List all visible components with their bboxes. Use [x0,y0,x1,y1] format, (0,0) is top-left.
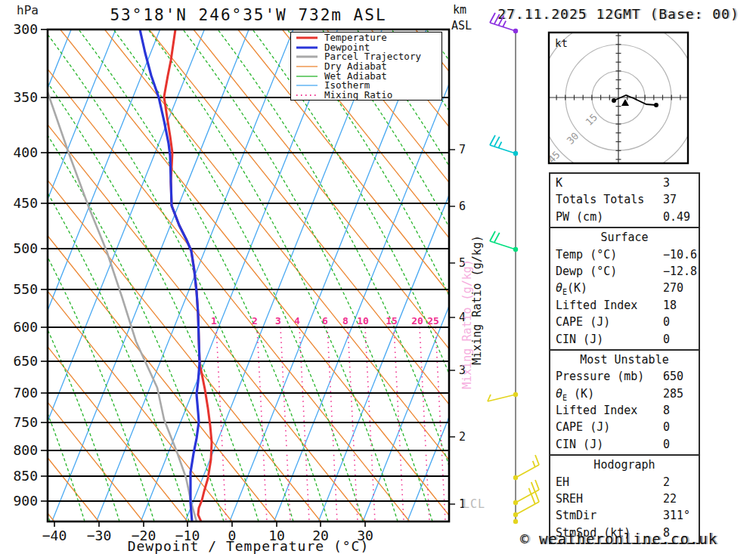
mixing-ratio-line [435,327,445,522]
wind-barb-full-tick [531,482,535,492]
wind-barb-full-tick [490,231,495,241]
table-row-label: CAPE (J) [556,420,610,434]
table-row-value: 285 [663,385,683,402]
wind-barb-half-tick [533,461,535,467]
table-section: K3Totals Totals37PW (cm)0.49 [550,174,699,227]
table-section-header: Hodograph [550,457,699,473]
table-row-value: 37 [663,191,677,208]
table-row: θE (K)285 [550,385,699,402]
pressure-tick-label: 800 [13,442,38,458]
wet-adiabat-line [322,29,572,522]
table-row: Temp (°C)−10.6 [550,246,699,263]
isotherm-line [52,29,249,522]
wind-barb [513,519,518,524]
wind-barb-shaft [488,395,516,401]
table-row-value: −12.8 [663,263,697,280]
hodograph-unit-label: kt [555,37,568,49]
dry-adiabat-line [0,29,276,522]
isotherm-line [185,29,382,522]
table-row: θE(K)270 [550,280,699,296]
legend-line-sample [296,82,318,88]
table-row: CAPE (J)0 [550,314,699,330]
pressure-tick-label: 650 [13,353,38,369]
table-row: Lifted Index18 [550,297,699,314]
table-row-label: Lifted Index [556,404,637,417]
plot-border [48,29,449,522]
copyright-label: © weatheronline.co.uk [520,531,717,547]
table-row: Pressure (mb)650 [550,368,699,385]
wind-barb-full-tick [535,492,539,502]
table-row-label: θE(K) [556,281,587,295]
pressure-tick-label: 500 [13,240,38,256]
wind-barb-full-tick [494,14,500,24]
mixing-ratio-value-label: 20 [411,315,423,327]
wind-barb-half-tick [498,142,501,148]
wind-barb-full-tick [494,233,500,243]
table-row-label: Temp (°C) [556,248,617,262]
mixing-ratio-value-label: 3 [275,315,281,327]
wind-barb-full-tick [490,13,495,23]
table-row-label: Totals Totals [556,193,644,206]
pressure-tick-label: 550 [13,281,38,297]
table-row-label: PW (cm) [556,210,603,224]
pressure-tick-label: 400 [13,144,38,160]
table-row-value: 0 [663,419,670,435]
mixing-ratio-value-label: 6 [322,315,328,327]
table-row-value: 0 [663,331,670,348]
mixing-ratio-line [299,327,309,522]
table-row-label: Lifted Index [556,299,637,312]
mixing-ratio-value-label: 25 [427,315,439,327]
km-tick-label: 6 [459,200,466,213]
table-row-value: 8 [663,402,670,419]
wind-barb-full-tick [531,494,535,504]
wind-barb-full-tick [535,455,539,465]
dry-adiabat-line [16,29,410,522]
table-row-label: K [556,176,562,190]
km-tick-label: 7 [459,143,466,156]
table-row: SREH22 [550,491,699,507]
wind-barb-shaft [490,145,516,153]
legend-line-sample [296,45,318,51]
wind-barb [513,492,539,517]
wind-barb-shaft [490,23,516,31]
mixing-ratio-line [348,327,358,522]
legend-line-sample [296,54,318,60]
isotherm-line [318,29,515,522]
table-row-value: 22 [663,491,677,507]
dry-adiabat-line [60,29,454,522]
wet-adiabat-line [287,29,537,522]
wind-barb-half-tick [528,488,531,494]
table-row: Dewp (°C)−12.8 [550,263,699,280]
pressure-tick-label: 350 [13,89,38,105]
mixing-ratio-axis-label: Mixing Ratio (g/kg) [470,217,484,383]
table-row: Totals Totals37 [550,191,699,208]
legend-line-sample [296,63,318,70]
table-row-value: 0 [663,436,670,453]
mixing-ratio-value-label: 10 [357,315,369,327]
table-row-value: 270 [663,280,683,296]
wind-barb-full-tick [494,137,500,147]
table-row: CIN (J)0 [550,331,699,348]
dry-adiabat-line [0,29,10,522]
isotherm-line [230,29,426,522]
wind-barb-half-tick [503,21,506,27]
wind-barb [513,455,539,480]
table-row-value: −10.6 [663,246,697,263]
table-row-label: CIN (J) [556,438,603,451]
temperature-curve [164,29,212,522]
table-row-value: 0.49 [663,209,690,225]
table-row-label: θE (K) [556,387,594,401]
table-row-value: 650 [663,368,683,385]
legend-line-sample [296,35,318,41]
table-row: PW (cm)0.49 [550,209,699,225]
pressure-tick-label: 750 [13,414,38,430]
hodograph-trace-end-dot [654,103,658,107]
wind-barb [490,13,518,33]
mixing-ratio-value-label: 1 [211,315,217,327]
table-row: K3 [550,175,699,191]
wind-barb-full-tick [535,480,539,490]
x-axis-label: Dewpoint / Temperature (°C) [48,538,449,554]
table-row-label: EH [556,475,569,489]
table-row-value: 18 [663,297,677,314]
isotherm-line [274,29,471,522]
